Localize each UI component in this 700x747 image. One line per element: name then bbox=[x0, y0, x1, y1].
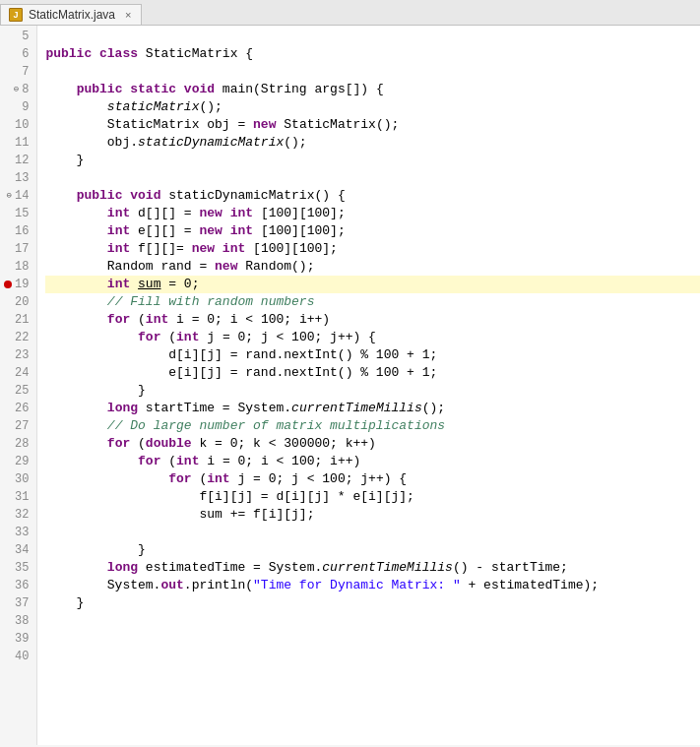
code-line: public void staticDynamicMatrix() { bbox=[45, 187, 700, 205]
code-line bbox=[45, 28, 700, 45]
code-line: for (int j = 0; j < 100; j++) { bbox=[45, 329, 700, 346]
code-line: staticMatrix(); bbox=[45, 98, 700, 116]
code-line bbox=[45, 648, 700, 665]
code-line bbox=[45, 169, 700, 187]
code-line: int f[][]= new int [100][100]; bbox=[45, 240, 700, 258]
code-line: f[i][j] = d[i][j] * e[i][j]; bbox=[45, 488, 700, 506]
code-line bbox=[45, 630, 700, 648]
code-line: } bbox=[45, 382, 700, 400]
close-icon[interactable]: × bbox=[125, 9, 131, 21]
code-line: public class StaticMatrix { bbox=[45, 45, 700, 63]
code-line: } bbox=[45, 152, 700, 169]
java-file-icon: J bbox=[9, 8, 23, 22]
code-line: } bbox=[45, 594, 700, 612]
editor: 5 6 7 ⊖8 9 10 11 12 13 ⊖14 15 16 17 18 1… bbox=[0, 26, 700, 745]
tab-bar: J StaticMatrix.java × bbox=[0, 0, 700, 26]
code-line: e[i][j] = rand.nextInt() % 100 + 1; bbox=[45, 364, 700, 382]
code-line: int sum = 0; bbox=[45, 276, 700, 293]
tab-filename: StaticMatrix.java bbox=[29, 8, 115, 22]
code-line: System.out.println("Time for Dynamic Mat… bbox=[45, 577, 700, 594]
code-line bbox=[45, 524, 700, 541]
code-line: Random rand = new Random(); bbox=[45, 258, 700, 276]
editor-tab[interactable]: J StaticMatrix.java × bbox=[0, 4, 142, 25]
code-line: for (int j = 0; j < 100; j++) { bbox=[45, 470, 700, 488]
code-line: public static void main(String args[]) { bbox=[45, 81, 700, 98]
code-line: long estimatedTime = System.currentTimeM… bbox=[45, 559, 700, 577]
code-line: for (int i = 0; i < 100; i++) bbox=[45, 311, 700, 329]
code-line bbox=[45, 63, 700, 81]
code-area: 5 6 7 ⊖8 9 10 11 12 13 ⊖14 15 16 17 18 1… bbox=[0, 26, 700, 745]
code-line bbox=[45, 612, 700, 630]
code-line: for (double k = 0; k < 300000; k++) bbox=[45, 435, 700, 453]
code-line: d[i][j] = rand.nextInt() % 100 + 1; bbox=[45, 346, 700, 364]
code-line: int d[][] = new int [100][100]; bbox=[45, 205, 700, 222]
code-line: StaticMatrix obj = new StaticMatrix(); bbox=[45, 116, 700, 134]
code-line: for (int i = 0; i < 100; i++) bbox=[45, 453, 700, 470]
code-line: } bbox=[45, 541, 700, 559]
code-line: obj.staticDynamicMatrix(); bbox=[45, 134, 700, 152]
code-lines: public class StaticMatrix { public stati… bbox=[37, 26, 700, 745]
code-line: int e[][] = new int [100][100]; bbox=[45, 222, 700, 240]
code-line: long startTime = System.currentTimeMilli… bbox=[45, 400, 700, 417]
code-line: // Do large number of matrix multiplicat… bbox=[45, 417, 700, 435]
code-line: // Fill with random numbers bbox=[45, 293, 700, 311]
line-numbers: 5 6 7 ⊖8 9 10 11 12 13 ⊖14 15 16 17 18 1… bbox=[0, 26, 37, 745]
code-line: sum += f[i][j]; bbox=[45, 506, 700, 524]
